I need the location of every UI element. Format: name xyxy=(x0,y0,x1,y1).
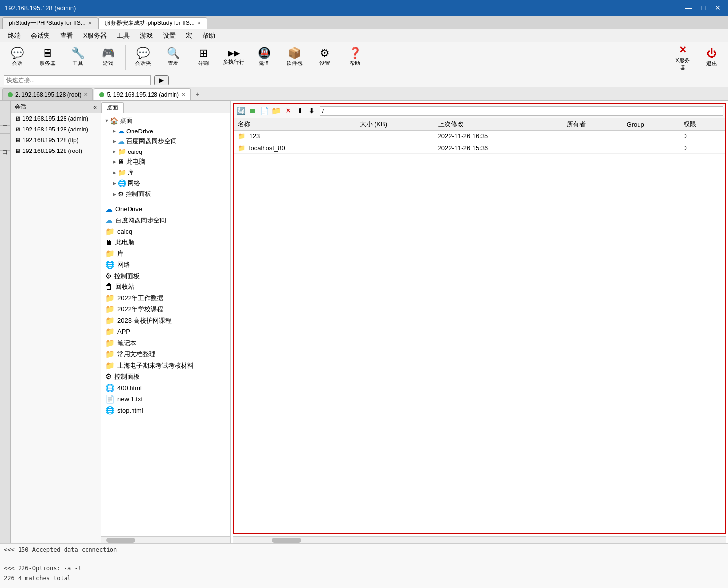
tree-item-caicq[interactable]: ▶ 📁 caicq xyxy=(101,147,230,156)
file-item-newtxt[interactable]: 📄 new 1.txt xyxy=(101,393,230,405)
tree-item-baidu[interactable]: ▶ ☁ 百度网盘同步空间 xyxy=(101,136,230,147)
toolbar-view[interactable]: 🔍 查看 xyxy=(158,44,188,71)
file-item-notebook[interactable]: 📁 笔记本 xyxy=(101,337,230,348)
menu-terminal[interactable]: 终端 xyxy=(4,30,24,41)
browser-tab-1[interactable]: phStudy一PHPStudy for IIS... ✕ xyxy=(2,17,98,29)
browser-tab-2[interactable]: 服务器安装成功-phpStudy for IIS... ✕ xyxy=(98,17,207,29)
vtab-sessions[interactable]: 会话 xyxy=(0,101,10,109)
vtab-sftp[interactable]: 咦 xyxy=(0,109,10,117)
menu-settings[interactable]: 设置 xyxy=(159,30,179,41)
left-scrollbar[interactable] xyxy=(101,536,230,543)
menu-help[interactable]: 帮助 xyxy=(199,30,219,41)
menu-tools[interactable]: 工具 xyxy=(113,30,133,41)
toolbar-server[interactable]: 🖥 服务器 xyxy=(33,44,62,71)
quick-connect-bar: ▶ xyxy=(0,73,728,87)
session-icon: 💬 xyxy=(11,48,24,59)
file-item-app[interactable]: 📁 APP xyxy=(101,326,230,337)
quick-connect-arrow[interactable]: ▶ xyxy=(154,75,169,85)
toolbar-sessionfolder[interactable]: 💬 会话夹 xyxy=(128,44,157,71)
file-label-newtxt: new 1.txt xyxy=(117,395,143,403)
session-tab-root[interactable]: 2. 192.168.195.128 (root) ✕ xyxy=(2,88,93,100)
remote-btn-download[interactable]: ⬇ xyxy=(306,106,317,116)
minimize-button[interactable]: — xyxy=(683,3,694,12)
session-item-4[interactable]: 🖥 192.168.195.128 (root) xyxy=(11,146,101,156)
toolbar-multi[interactable]: ▶▶ 多执行行 xyxy=(219,44,248,71)
vtab-3[interactable]: 口 xyxy=(0,117,10,126)
menu-view[interactable]: 查看 xyxy=(56,30,77,41)
file-item-400html[interactable]: 🌐 400.html xyxy=(101,382,230,393)
toolbar-exit[interactable]: ⏻ 退出 xyxy=(698,45,726,70)
table-row[interactable]: 📁 123 2022-11-26 16:35 0 xyxy=(234,131,725,142)
file-item-onedrive[interactable]: ☁ OneDrive xyxy=(101,203,230,215)
tree-label-caicq: caicq xyxy=(128,148,142,155)
file-item-baidu[interactable]: ☁ 百度网盘同步空间 xyxy=(101,215,230,226)
file-item-stophtml[interactable]: 🌐 stop.html xyxy=(101,405,230,416)
remote-btn-upload[interactable]: ⬆ xyxy=(294,106,305,116)
right-scrollbar[interactable] xyxy=(233,536,726,543)
tree-item-thispc[interactable]: ▶ 🖥 此电脑 xyxy=(101,156,230,167)
browser-tab-2-close[interactable]: ✕ xyxy=(197,21,201,26)
main-panels: 桌面 ▼ 🏠 桌面 ▶ ☁ OneDrive ▶ ☁ 百度网盘同步 xyxy=(101,101,728,543)
toolbar-xserver[interactable]: ✕ X服务器 xyxy=(669,45,696,70)
main-content: 会话 咦 口 咦 口 口 会话 « 🖥 192.168.195.128 (adm… xyxy=(0,101,728,543)
remote-path-input[interactable] xyxy=(320,106,723,116)
menu-macros[interactable]: 宏 xyxy=(182,30,196,41)
file-item-docs[interactable]: 📁 常用文档整理 xyxy=(101,348,230,360)
vtab-4[interactable]: 咦 xyxy=(0,126,10,134)
file-item-lib[interactable]: 📁 库 xyxy=(101,248,230,259)
session-item-3[interactable]: 🖥 192.168.195.128 (ftp) xyxy=(11,135,101,146)
close-button[interactable]: ✕ xyxy=(712,3,723,12)
session-tab-admin[interactable]: 5. 192.168.195.128 (admin) ✕ xyxy=(94,88,190,100)
file-label-caicq: caicq xyxy=(117,228,132,235)
tree-item-lib[interactable]: ▶ 📁 库 xyxy=(101,167,230,178)
menu-xserver[interactable]: X服务器 xyxy=(79,30,110,41)
file-tab-desktop[interactable]: 桌面 xyxy=(101,102,124,113)
toolbar-tunnel[interactable]: 🚇 隧道 xyxy=(249,44,279,71)
vtab-5[interactable]: 口 xyxy=(0,134,10,142)
table-row[interactable]: 📁 localhost_80 2022-11-26 15:36 0 xyxy=(234,142,725,154)
left-scrollbar-thumb xyxy=(106,538,135,543)
tree-item-network[interactable]: ▶ 🌐 网络 xyxy=(101,178,230,189)
file-item-2022work[interactable]: 📁 2022年工作数据 xyxy=(101,292,230,304)
session-tab-root-close[interactable]: ✕ xyxy=(84,92,88,97)
session-tab-admin-close[interactable]: ✕ xyxy=(181,92,185,97)
toolbar-games[interactable]: 🎮 游戏 xyxy=(93,44,123,71)
file-item-2023[interactable]: 📁 2023-高校护网课程 xyxy=(101,315,230,326)
session-item-1[interactable]: 🖥 192.168.195.128 (admin) xyxy=(11,113,101,124)
session-item-2[interactable]: 🖥 192.168.195.128 (admin) xyxy=(11,124,101,135)
remote-btn-refresh[interactable]: 🔄 xyxy=(236,106,246,116)
remote-btn-newfile[interactable]: 📄 xyxy=(259,106,270,116)
file-item-network[interactable]: 🌐 网络 xyxy=(101,259,230,270)
tree-item-onedrive[interactable]: ▶ ☁ OneDrive xyxy=(101,126,230,136)
remote-btn-stop[interactable]: ⏹ xyxy=(247,106,258,116)
menu-games[interactable]: 游戏 xyxy=(136,30,156,41)
toolbar-tools[interactable]: 🔧 工具 xyxy=(63,44,92,71)
remote-btn-newfolder[interactable]: 📁 xyxy=(271,106,282,116)
quick-connect-input[interactable] xyxy=(4,75,151,85)
remote-btn-delete[interactable]: ✕ xyxy=(283,106,293,116)
vtab-6[interactable]: 口 xyxy=(0,142,10,151)
toolbar-session[interactable]: 💬 会话 xyxy=(2,44,32,71)
tree-label-baidu: 百度网盘同步空间 xyxy=(126,137,177,146)
maximize-button[interactable]: □ xyxy=(698,3,708,12)
file-item-2022school[interactable]: 📁 2022年学校课程 xyxy=(101,304,230,315)
menu-sessions[interactable]: 会话夹 xyxy=(27,30,54,41)
session-tab-add[interactable]: + xyxy=(192,88,203,100)
session-label-1: 192.168.195.128 (admin) xyxy=(22,115,88,122)
browser-tab-1-close[interactable]: ✕ xyxy=(88,21,92,26)
file-item-caicq[interactable]: 📁 caicq xyxy=(101,226,230,237)
toolbar-split[interactable]: ⊞ 分割 xyxy=(189,44,218,71)
toolbar-settings[interactable]: ⚙ 设置 xyxy=(310,44,339,71)
file-item-thispc[interactable]: 🖥 此电脑 xyxy=(101,237,230,248)
tree-expand-baidu: ▶ xyxy=(111,138,118,145)
sessions-back-icon[interactable]: « xyxy=(93,104,97,110)
tree-item-control[interactable]: ▶ ⚙ 控制面板 xyxy=(101,189,230,199)
toolbar-package[interactable]: 📦 软件包 xyxy=(280,44,309,71)
toolbar-help[interactable]: ❓ 帮助 xyxy=(340,44,370,71)
tree-item-desktop[interactable]: ▼ 🏠 桌面 xyxy=(101,115,230,126)
file-item-control[interactable]: ⚙ 控制面板 xyxy=(101,270,230,282)
toolbar-view-label: 查看 xyxy=(168,60,178,67)
file-item-control2[interactable]: ⚙ 控制面板 xyxy=(101,371,230,382)
file-item-trash[interactable]: 🗑 回收站 xyxy=(101,282,230,292)
file-item-shanghai[interactable]: 📁 上海电子期末考试考核材料 xyxy=(101,360,230,371)
